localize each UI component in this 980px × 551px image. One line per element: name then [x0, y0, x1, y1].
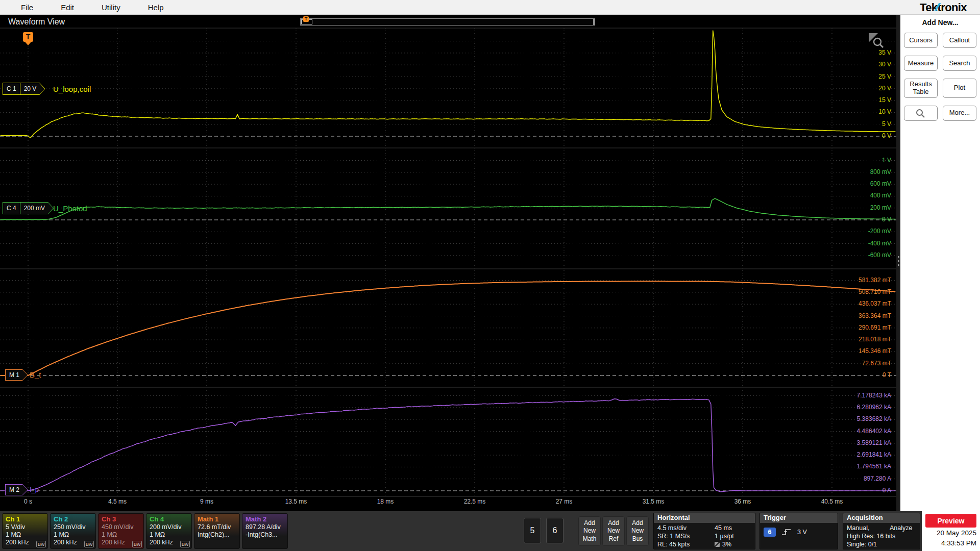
badge-row: 897.28 A/div	[246, 523, 284, 531]
menu-item-file[interactable]: File	[7, 3, 47, 12]
horizontal-panel-body: 4.5 ms/div45 msSR: 1 MS/s1 µs/ptRL: 45 k…	[654, 523, 755, 549]
badge-row: 5 V/div	[6, 523, 44, 531]
drag-handle-dots-icon	[896, 254, 900, 266]
panel-divider-handle[interactable]	[896, 15, 900, 511]
preview-button[interactable]: Preview	[925, 514, 976, 528]
trace-label-ch4: U_Photod	[53, 204, 87, 213]
compression-icon	[715, 542, 720, 547]
callout-button[interactable]: Callout	[943, 33, 976, 48]
badge-row: 1 MΩ	[102, 531, 140, 539]
horizontal-value: 3%	[715, 541, 751, 548]
horizontal-panel-title: Horizontal	[654, 513, 755, 523]
badge-title: Math 2	[246, 515, 284, 523]
bandwidth-limit-indicator: Bw	[132, 541, 142, 547]
trigger-level: 3 V	[797, 529, 807, 536]
badge-row: 200 mV/div	[150, 523, 188, 531]
measure-button[interactable]: Measure	[904, 56, 938, 71]
bandwidth-limit-indicator: Bw	[84, 541, 94, 547]
zoom-tool-button[interactable]	[904, 106, 938, 121]
time-label: 4:33:53 PM	[922, 539, 976, 548]
date-label: 20 May 2025	[922, 529, 976, 538]
right-panel-buttons: CursorsCalloutMeasureSearchResults Table…	[900, 33, 980, 121]
math-1-badge[interactable]: Math 172.6 mT/divIntg(Ch2)...	[194, 513, 240, 549]
more-button[interactable]: More...	[943, 106, 976, 121]
overview-trigger-marker: T	[303, 16, 309, 22]
tektronix-logo: Tektronix	[920, 1, 967, 14]
channel-6-collapsed-badge[interactable]: 6	[546, 518, 564, 543]
menu-item-edit[interactable]: Edit	[47, 3, 88, 12]
trace-i-p[interactable]	[1, 399, 896, 492]
channel-5-collapsed-badge[interactable]: 5	[524, 518, 541, 543]
rising-edge-icon	[781, 528, 792, 536]
badge-divider	[20, 83, 20, 94]
horizontal-value: 4.5 ms/div	[657, 524, 715, 532]
badge-title: Ch 3	[102, 515, 140, 523]
ch-1-badge[interactable]: Ch 15 V/div1 MΩ200 kHzBw	[2, 513, 48, 549]
acquisition-panel[interactable]: Acquisition Manual,AnalyzeHigh Res: 16 b…	[843, 513, 920, 549]
badge-divider	[20, 203, 20, 214]
trigger-source-badge: 6	[764, 528, 776, 537]
trace-label-ch1: U_loop,coil	[53, 85, 91, 93]
badge-row: 1 MΩ	[6, 531, 44, 539]
badge-row: Intg(Ch2)...	[198, 531, 236, 539]
badge-row: 450 mV/div	[102, 523, 140, 531]
menu-bar: Tektronix FileEditUtilityHelp	[0, 0, 980, 15]
badge-row: 1 MΩ	[54, 531, 92, 539]
search-button[interactable]: Search	[943, 56, 976, 71]
add-new-math-button[interactable]: AddNewMath	[578, 516, 601, 546]
add-new-bus-button[interactable]: AddNewBus	[626, 516, 649, 546]
add-new-label: Add New...	[900, 18, 980, 27]
trace-b-t[interactable]	[1, 281, 896, 375]
preview-zone: Preview 20 May 2025 4:33:53 PM	[922, 511, 980, 551]
menu-item-utility[interactable]: Utility	[88, 3, 134, 12]
acquisition-value: Manual,	[847, 524, 890, 532]
cursors-button[interactable]: Cursors	[904, 33, 938, 48]
trigger-panel[interactable]: Trigger 6 3 V	[760, 513, 838, 549]
add-new-ref-button[interactable]: AddNewRef	[602, 516, 625, 546]
channel-badge-c1[interactable]: C 1 20 V	[3, 83, 45, 95]
math2-badge-name: M 2	[9, 486, 19, 493]
trace-u-photod[interactable]	[1, 198, 896, 219]
acquisition-panel-title: Acquisition	[843, 513, 920, 523]
bandwidth-limit-indicator: Bw	[180, 541, 190, 547]
plot-zoom-icon[interactable]	[868, 32, 884, 48]
horizontal-value: 45 ms	[715, 524, 751, 532]
math2-badge[interactable]: M 2	[5, 484, 28, 495]
math1-badge[interactable]: M 1	[5, 369, 28, 381]
results-table-button[interactable]: Results Table	[904, 79, 938, 98]
magnifier-icon	[915, 108, 926, 118]
badge-row: 250 mV/div	[54, 523, 92, 531]
badge-title: Ch 2	[54, 515, 92, 523]
bottom-bar: Horizontal 4.5 ms/div45 msSR: 1 MS/s1 µs…	[0, 511, 980, 551]
horizontal-value: 1 µs/pt	[715, 533, 751, 540]
horizontal-value: RL: 45 kpts	[657, 541, 715, 548]
channel-badge-c4[interactable]: C 4 200 mV	[3, 202, 54, 214]
badge-row: 72.6 mT/div	[198, 523, 236, 531]
waveform-view: Waveform View T 35 V30 V25 V20 V15 V10 V…	[0, 15, 896, 511]
badge-title: Math 1	[198, 515, 236, 523]
menu-item-help[interactable]: Help	[134, 3, 178, 12]
waveform-plot[interactable]	[0, 15, 896, 511]
plot-grid	[0, 28, 896, 496]
trace-u-loop-coil[interactable]	[1, 31, 896, 138]
trigger-panel-body: 6 3 V	[760, 523, 838, 538]
badge-row: 1 MΩ	[150, 531, 188, 539]
acquisition-value: Analyze	[890, 524, 916, 532]
right-panel: Add New... CursorsCalloutMeasureSearchRe…	[900, 15, 980, 511]
trigger-position-marker[interactable]: T	[23, 32, 33, 45]
horizontal-panel[interactable]: Horizontal 4.5 ms/div45 msSR: 1 MS/s1 µs…	[653, 513, 755, 549]
channel-badge-c1-name: C 1	[7, 85, 16, 92]
badge-title: Ch 4	[150, 515, 188, 523]
bandwidth-limit-indicator: Bw	[36, 541, 46, 547]
ch-4-badge[interactable]: Ch 4200 mV/div1 MΩ200 kHzBw	[146, 513, 192, 549]
acquisition-panel-body: Manual,AnalyzeHigh Res: 16 bitsSingle: 0…	[843, 523, 920, 549]
zoom-overview-bar[interactable]: T	[300, 18, 595, 26]
acquisition-value: Single: 0/1	[847, 541, 916, 548]
trigger-panel-title: Trigger	[760, 513, 838, 523]
ch-3-badge[interactable]: Ch 3450 mV/div1 MΩ200 kHzBw	[98, 513, 144, 549]
math-2-badge[interactable]: Math 2897.28 A/div-Intg(Ch3...	[242, 513, 288, 549]
plot-button[interactable]: Plot	[943, 79, 976, 98]
ch-2-badge[interactable]: Ch 2250 mV/div1 MΩ200 kHzBw	[50, 513, 96, 549]
math1-badge-name: M 1	[9, 371, 19, 379]
badge-title: Ch 1	[6, 515, 44, 523]
